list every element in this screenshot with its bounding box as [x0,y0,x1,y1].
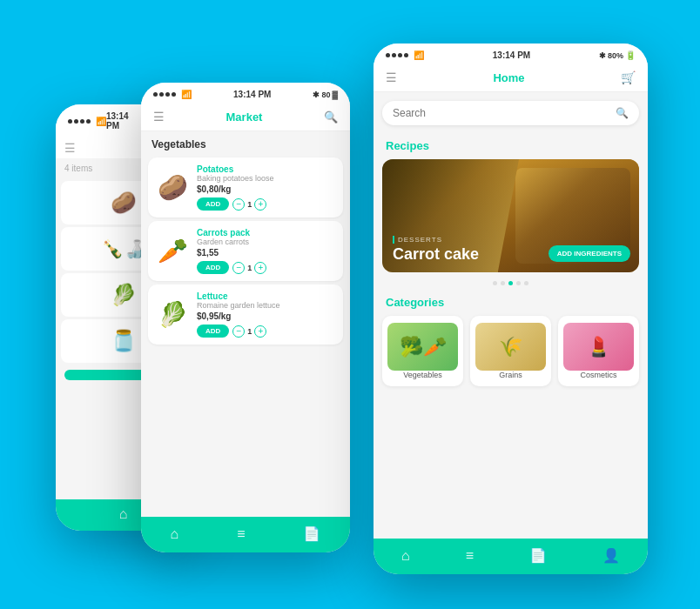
add-button-carrots[interactable]: ADD [197,261,229,274]
home-nav-icon[interactable]: ⌂ [170,526,178,542]
phone2-battery-area: ✱ 80 ▓ [313,90,338,99]
category-image-vegetables: 🥦🥕 [387,323,458,371]
section-label-vegetables: Vegetables [141,131,350,154]
search-input[interactable] [393,107,609,119]
item-emoji-jar: 🫙 [111,329,137,353]
qty-minus-carrots[interactable]: − [232,262,245,274]
phone2-time: 13:14 PM [233,90,271,99]
qty-plus-lettuce[interactable]: + [254,325,266,338]
product-desc-potatoes: Baking potatoes loose [197,174,336,183]
phone3-nav-bar: ☰ Home 🛒 [374,64,648,92]
recipes-section-title: Recipes [374,134,648,156]
doc-nav-icon[interactable]: 📄 [529,547,547,564]
wifi-icon: 📶 [181,90,192,99]
product-info-lettuce: Lettuce Romaine garden lettuce $0,95/kg … [197,291,336,338]
product-emoji-lettuce: 🥬 [155,300,190,329]
phone3-battery-area: ✱ 80% 🔋 [599,50,636,60]
product-info-carrots: Carrots pack Garden carrots $1,55 ADD − … [197,228,336,274]
product-desc-carrots: Garden carrots [197,238,336,246]
add-button-potatoes[interactable]: ADD [197,197,229,211]
recipe-overlay: DESSERTS Carrot cake [393,236,479,264]
product-info-potatoes: Potatoes Baking potatoes loose $0,80/kg … [197,164,336,211]
search-icon: 🔍 [616,107,629,119]
add-ingredients-button[interactable]: ADD INGREDIENTS [549,245,630,262]
carousel-dot[interactable] [493,281,497,285]
home-nav-icon[interactable]: ⌂ [401,548,410,564]
qty-num-potatoes: 1 [247,200,252,209]
list-nav-icon[interactable]: ≡ [237,526,245,542]
qty-controls-lettuce: − 1 + [232,325,266,338]
signal-dot [86,119,91,124]
phone-3: 📶 13:14 PM ✱ 80% 🔋 ☰ Home 🛒 🔍 Recipes [374,44,648,574]
category-image-cosmetics: 💄 [563,323,634,371]
recipe-category: DESSERTS [393,236,479,244]
carousel-dot[interactable] [516,281,521,285]
category-label-vegetables: Vegetables [387,371,458,379]
product-name-lettuce: Lettuce [197,291,336,301]
menu-icon[interactable]: ☰ [153,110,165,124]
qty-num-carrots: 1 [247,264,252,272]
carousel-dot[interactable] [501,281,505,285]
category-label-cosmetics: Cosmetics [563,371,634,379]
battery-icon: 🔋 [625,50,636,60]
phone2-nav-bar: ☰ Market 🔍 [141,103,350,131]
category-label-grains: Grains [475,371,546,379]
home-nav-icon[interactable]: ⌂ [119,506,128,522]
product-actions-lettuce: ADD − 1 + [197,325,336,338]
recipe-banner: DESSERTS Carrot cake ADD INGREDIENTS [382,159,639,272]
product-desc-lettuce: Romaine garden lettuce [197,301,336,310]
phone3-time: 13:14 PM [493,50,530,60]
phone2-battery: 80 [321,90,330,99]
list-nav-icon[interactable]: ≡ [466,548,474,564]
bt-icon: ✱ [313,90,320,99]
bt-icon: ✱ [599,51,606,60]
qty-minus-lettuce[interactable]: − [232,325,245,338]
search-bar: 🔍 [382,101,639,125]
search-icon[interactable]: 🔍 [324,110,338,124]
qty-minus-potatoes[interactable]: − [232,198,245,211]
product-emoji-potatoes: 🥔 [155,173,190,202]
phone3-status-bar: 📶 13:14 PM ✱ 80% 🔋 [374,44,648,64]
category-card-cosmetics[interactable]: 💄 Cosmetics [558,316,639,386]
product-card-potatoes: 🥔 Potatoes Baking potatoes loose $0,80/k… [148,157,343,218]
wifi-icon: 📶 [96,117,106,126]
hamburger-icon[interactable]: ☰ [64,141,76,155]
qty-plus-carrots[interactable]: + [254,262,266,274]
product-name-potatoes: Potatoes [197,164,336,174]
phone2-status-bar: 📶 13:14 PM ✱ 80 ▓ [141,83,350,103]
battery-icon: ▓ [332,90,338,99]
product-card-lettuce: 🥬 Lettuce Romaine garden lettuce $0,95/k… [148,284,343,345]
category-card-vegetables[interactable]: 🥦🥕 Vegetables [382,316,463,386]
product-actions-potatoes: ADD − 1 + [197,197,336,211]
phone-2: 📶 13:14 PM ✱ 80 ▓ ☰ Market 🔍 Vegetables … [141,83,350,552]
carousel-dot[interactable] [524,281,528,285]
item-emoji-bottles: 🍾🍶 [102,238,145,259]
market-title: Market [226,110,263,124]
categories-section-title: Categories [374,291,648,312]
signal-dot [68,119,72,124]
phone1-signal: 📶 [68,117,106,126]
cart-icon[interactable]: 🛒 [621,70,636,84]
carousel-dot-active[interactable] [508,281,513,285]
product-price-lettuce: $0,95/kg [197,311,336,321]
user-nav-icon[interactable]: 👤 [602,547,620,564]
signal-dot [74,119,78,124]
qty-plus-potatoes[interactable]: + [254,198,266,211]
categories-row: 🥦🥕 Vegetables 🌾 Grains 💄 Cosmetics [374,312,648,390]
category-card-grains[interactable]: 🌾 Grains [470,316,551,386]
signal-dot [80,119,84,124]
phone3-signal: 📶 [386,50,424,60]
phone2-bottom-nav: ⌂ ≡ 📄 [141,517,350,552]
phone3-battery: 80% [608,51,623,60]
recipe-name: Carrot cake [393,245,479,264]
doc-nav-icon[interactable]: 📄 [303,525,320,542]
add-button-lettuce[interactable]: ADD [197,325,229,338]
product-emoji-carrots: 🥕 [155,237,190,265]
home-title: Home [493,71,524,84]
qty-controls-potatoes: − 1 + [232,198,266,211]
product-actions-carrots: ADD − 1 + [197,261,336,274]
phones-container: 📶 13:14 PM ✱ 80% 🔋 ☰ 4 items 🥔 🍾🍶 🥬 🫙 [37,26,663,583]
menu-icon[interactable]: ☰ [386,70,397,84]
category-image-grains: 🌾 [475,323,546,371]
phone2-signal: 📶 [153,90,192,99]
